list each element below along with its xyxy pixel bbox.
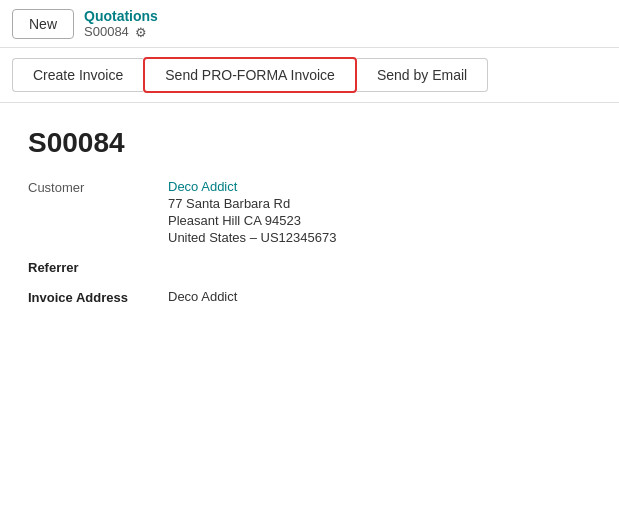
referrer-label: Referrer bbox=[28, 259, 168, 275]
customer-row: Customer Deco Addict 77 Santa Barbara Rd… bbox=[28, 179, 591, 245]
invoice-address-value: Deco Addict bbox=[168, 289, 237, 304]
send-proforma-button[interactable]: Send PRO-FORMA Invoice bbox=[143, 57, 357, 93]
address-line3: United States – US12345673 bbox=[168, 230, 336, 245]
customer-address-block: Deco Addict 77 Santa Barbara Rd Pleasant… bbox=[168, 179, 336, 245]
main-content: S00084 Customer Deco Addict 77 Santa Bar… bbox=[0, 103, 619, 343]
address-line1: 77 Santa Barbara Rd bbox=[168, 196, 336, 211]
send-email-button[interactable]: Send by Email bbox=[357, 58, 488, 92]
create-invoice-button[interactable]: Create Invoice bbox=[12, 58, 143, 92]
gear-icon[interactable]: ⚙ bbox=[135, 25, 149, 39]
action-bar: Create Invoice Send PRO-FORMA Invoice Se… bbox=[0, 48, 619, 103]
breadcrumb-title[interactable]: Quotations bbox=[84, 8, 158, 24]
top-bar: New Quotations S00084 ⚙ bbox=[0, 0, 619, 48]
breadcrumb-sub: S00084 ⚙ bbox=[84, 24, 158, 39]
customer-name[interactable]: Deco Addict bbox=[168, 179, 336, 194]
breadcrumb-section: Quotations S00084 ⚙ bbox=[84, 8, 158, 39]
invoice-address-label: Invoice Address bbox=[28, 289, 168, 305]
referrer-row: Referrer bbox=[28, 259, 591, 275]
invoice-address-row: Invoice Address Deco Addict bbox=[28, 289, 591, 305]
document-number: S00084 bbox=[28, 127, 591, 159]
breadcrumb-doc-number: S00084 bbox=[84, 24, 129, 39]
new-button[interactable]: New bbox=[12, 9, 74, 39]
address-line2: Pleasant Hill CA 94523 bbox=[168, 213, 336, 228]
customer-label: Customer bbox=[28, 179, 168, 195]
